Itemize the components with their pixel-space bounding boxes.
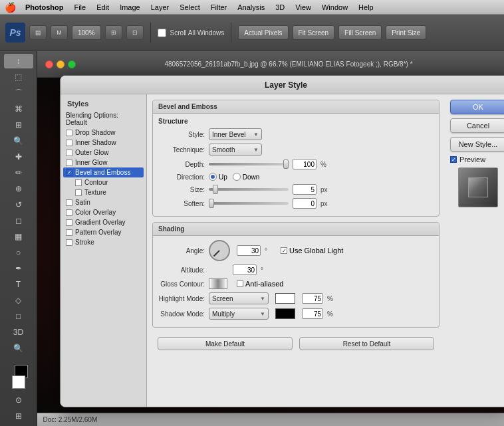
tool-eraser[interactable]: ◻ — [4, 213, 33, 228]
texture-checkbox[interactable] — [75, 189, 82, 196]
actual-pixels-btn[interactable]: Actual Pixels — [238, 25, 288, 40]
contour-checkbox[interactable] — [75, 179, 82, 186]
highlight-color-swatch[interactable] — [275, 293, 295, 304]
bevel-emboss-item[interactable]: Bevel and Emboss — [63, 167, 144, 177]
color-swatches[interactable] — [12, 362, 25, 389]
outer-glow-checkbox[interactable] — [66, 150, 72, 156]
shadow-color-swatch[interactable] — [275, 308, 295, 319]
menu-layer[interactable]: Layer — [146, 3, 175, 11]
zoom-display[interactable]: 100% — [72, 25, 101, 40]
stroke-checkbox[interactable] — [66, 239, 72, 246]
soften-slider-thumb[interactable] — [209, 199, 214, 208]
fit-screen-btn[interactable]: Fit Screen — [293, 25, 335, 40]
altitude-input[interactable] — [233, 265, 257, 275]
new-style-btn[interactable]: New Style... — [450, 137, 504, 152]
direction-up-item[interactable]: Up — [209, 173, 227, 181]
menu-3d[interactable]: 3D — [270, 3, 290, 11]
tool-stamp[interactable]: ⊕ — [4, 181, 33, 196]
toolbar-icon2[interactable]: M — [51, 25, 68, 40]
direction-down-item[interactable]: Down — [233, 173, 260, 181]
toolbar-icon3[interactable]: ⊞ — [105, 25, 122, 40]
size-slider[interactable] — [209, 188, 289, 191]
drop-shadow-item[interactable]: Drop Shadow — [63, 128, 144, 138]
contour-item[interactable]: Contour — [63, 177, 144, 187]
toolbar-icon4[interactable]: ⊡ — [126, 25, 144, 40]
tool-wand[interactable]: ⌘ — [4, 102, 33, 116]
apple-menu[interactable]: 🍎 — [0, 2, 20, 13]
inner-glow-checkbox[interactable] — [66, 160, 72, 166]
depth-input[interactable] — [293, 159, 316, 169]
fill-screen-btn[interactable]: Fill Screen — [338, 25, 382, 40]
size-slider-thumb[interactable] — [213, 185, 218, 194]
menu-filter[interactable]: Filter — [205, 3, 232, 11]
depth-slider-thumb[interactable] — [283, 160, 289, 169]
soften-input[interactable] — [293, 198, 316, 209]
inner-glow-item[interactable]: Inner Glow — [63, 158, 144, 167]
inner-shadow-item[interactable]: Inner Shadow — [63, 138, 144, 148]
gloss-contour-preview[interactable] — [209, 278, 227, 289]
menu-view[interactable]: View — [290, 3, 316, 11]
tool-3d[interactable]: 3D — [4, 325, 33, 340]
anti-alias-checkbox[interactable] — [237, 280, 243, 287]
scroll-all-checkbox[interactable] — [158, 29, 166, 37]
satin-item[interactable]: Satin — [63, 197, 144, 207]
cancel-btn[interactable]: Cancel — [450, 118, 504, 133]
texture-item[interactable]: Texture — [63, 187, 144, 197]
gradient-overlay-item[interactable]: Gradient Overlay — [63, 217, 144, 227]
preview-checkbox[interactable] — [450, 156, 457, 163]
tool-lasso[interactable]: ⌒ — [4, 86, 33, 100]
tool-path[interactable]: ◇ — [4, 293, 33, 308]
ok-btn[interactable]: OK — [450, 100, 504, 114]
toolbar-icon1[interactable]: ▤ — [29, 25, 47, 40]
tool-pen[interactable]: ✒ — [4, 261, 33, 276]
menu-file[interactable]: File — [68, 3, 91, 11]
pattern-overlay-item[interactable]: Pattern Overlay — [63, 227, 144, 237]
tool-screenmode[interactable]: ⊞ — [4, 409, 33, 423]
angle-input[interactable] — [237, 245, 261, 256]
menu-image[interactable]: Image — [114, 3, 146, 11]
maximize-button[interactable] — [68, 60, 76, 68]
make-default-btn[interactable]: Make Default — [158, 337, 293, 350]
menu-edit[interactable]: Edit — [91, 3, 114, 11]
stroke-item[interactable]: Stroke — [63, 237, 144, 247]
minimize-button[interactable] — [57, 60, 64, 68]
tool-dodge[interactable]: ○ — [4, 245, 33, 260]
shadow-mode-select[interactable]: Multiply ▼ — [209, 308, 269, 320]
tool-quickmask[interactable]: ⊙ — [4, 393, 33, 407]
menu-analysis[interactable]: Analysis — [232, 3, 270, 11]
menu-select[interactable]: Select — [174, 3, 205, 11]
satin-checkbox[interactable] — [66, 199, 72, 206]
menu-photoshop[interactable]: Photoshop — [20, 3, 68, 11]
size-input[interactable] — [293, 184, 316, 195]
print-size-btn[interactable]: Print Size — [386, 25, 426, 40]
highlight-mode-select[interactable]: Screen ▼ — [209, 292, 269, 304]
reset-to-default-btn[interactable]: Reset to Default — [299, 337, 434, 350]
direction-up-radio[interactable] — [209, 173, 217, 181]
drop-shadow-checkbox[interactable] — [66, 130, 72, 136]
outer-glow-item[interactable]: Outer Glow — [63, 148, 144, 158]
tool-eyedrop[interactable]: 🔍 — [4, 134, 33, 148]
tool-history[interactable]: ↺ — [4, 197, 33, 212]
style-select[interactable]: Inner Bevel ▼ — [209, 128, 262, 140]
tool-text[interactable]: T — [4, 277, 33, 292]
tool-shape[interactable]: □ — [4, 309, 33, 324]
tool-gradient[interactable]: ▦ — [4, 229, 33, 244]
menu-help[interactable]: Help — [353, 3, 379, 11]
tool-selection[interactable]: ⬚ — [4, 70, 33, 84]
tool-crop[interactable]: ⊞ — [4, 118, 33, 132]
direction-down-radio[interactable] — [233, 173, 241, 181]
menu-window[interactable]: Window — [316, 3, 353, 11]
shadow-opacity-input[interactable] — [302, 308, 323, 319]
blending-options-item[interactable]: Blending Options: Default — [63, 110, 144, 128]
tool-zoom[interactable]: 🔍 — [4, 341, 33, 356]
bevel-emboss-checkbox[interactable] — [66, 169, 72, 176]
tool-move[interactable]: ↕ — [4, 54, 33, 68]
close-button[interactable] — [45, 60, 53, 68]
global-light-checkbox[interactable] — [281, 247, 287, 254]
color-overlay-item[interactable]: Color Overlay — [63, 207, 144, 217]
soften-slider[interactable] — [209, 202, 289, 205]
inner-shadow-checkbox[interactable] — [66, 140, 72, 146]
technique-select[interactable]: Smooth ▼ — [209, 144, 262, 156]
depth-slider[interactable] — [209, 163, 289, 165]
angle-wheel[interactable] — [209, 240, 230, 261]
